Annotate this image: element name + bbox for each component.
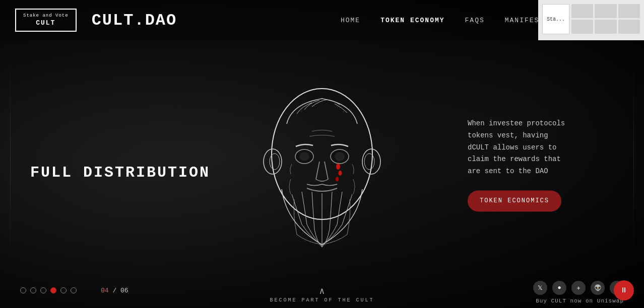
left-section: FULL DISTRIBUTION xyxy=(30,164,210,181)
pause-button[interactable]: ⏸ xyxy=(614,280,634,300)
slide-dots xyxy=(20,287,77,293)
logo-bottom-text: CULT xyxy=(23,19,69,28)
logo-button[interactable]: Stake and Vote CULT xyxy=(15,9,77,32)
dot-4-active[interactable] xyxy=(50,287,56,293)
dot-1[interactable] xyxy=(20,287,26,293)
right-panel-overlay: Sta... xyxy=(538,0,644,40)
svg-point-8 xyxy=(264,149,282,174)
bottom-bar: 04 / 06 ∧ BECOME PART OF THE CULT 𝕏 ● ✈ … xyxy=(0,273,644,308)
panel-cell-1 xyxy=(571,4,593,18)
reddit-icon[interactable]: 👽 xyxy=(591,281,605,295)
main-content: FULL DISTRIBUTION xyxy=(0,40,644,308)
right-section: When investee protocols tokens vest, hav… xyxy=(468,118,568,211)
panel-cell-6 xyxy=(618,20,640,34)
telegram-icon[interactable]: ✈ xyxy=(571,281,586,295)
svg-point-9 xyxy=(270,153,280,170)
svg-point-5 xyxy=(336,164,340,170)
svg-point-11 xyxy=(364,153,374,170)
center-mask-illustration xyxy=(241,63,403,265)
logo-top-text: Stake and Vote xyxy=(23,13,69,19)
social-icons-row: 𝕏 ● ✈ 👽 M xyxy=(533,281,624,295)
panel-grid xyxy=(571,4,640,34)
site-title: CULT.DAO xyxy=(92,11,177,30)
svg-point-10 xyxy=(362,149,380,174)
panel-cell-5 xyxy=(595,20,616,34)
navbar: Stake and Vote CULT CULT.DAO HOME TOKEN … xyxy=(0,0,644,40)
chevron-up-icon: ∧ xyxy=(319,285,325,296)
dot-6[interactable] xyxy=(71,287,77,293)
slide-counter: 04 / 06 xyxy=(101,287,128,294)
panel-cell-4 xyxy=(571,20,593,34)
buy-cult-text: Buy CULT now on Uniswap xyxy=(536,298,624,304)
svg-point-6 xyxy=(339,171,342,176)
social-section: 𝕏 ● ✈ 👽 M Buy CULT now on Uniswap xyxy=(533,281,624,304)
discord-icon[interactable]: ● xyxy=(552,281,566,295)
panel-cell-3 xyxy=(618,4,640,18)
token-economics-button[interactable]: TOKEN ECONOMICS xyxy=(468,190,561,211)
become-part-text: BECOME PART OF THE CULT xyxy=(270,297,374,303)
slide-separator: / xyxy=(112,287,116,294)
bottom-center-cta[interactable]: ∧ BECOME PART OF THE CULT xyxy=(270,285,374,303)
full-distribution-heading: FULL DISTRIBUTION xyxy=(30,164,210,181)
stake-button-partial[interactable]: Sta... xyxy=(542,4,569,34)
right-description-text: When investee protocols tokens vest, hav… xyxy=(468,118,568,178)
svg-point-7 xyxy=(336,177,339,182)
dot-5[interactable] xyxy=(60,287,67,293)
nav-home[interactable]: HOME xyxy=(341,17,360,24)
dot-3[interactable] xyxy=(40,287,46,293)
slide-total: 06 xyxy=(120,287,128,294)
panel-cell-2 xyxy=(595,4,616,18)
twitter-icon[interactable]: 𝕏 xyxy=(533,281,547,295)
svg-point-2 xyxy=(299,152,309,161)
pause-icon: ⏸ xyxy=(620,286,627,294)
svg-point-4 xyxy=(335,152,345,161)
nav-token-economy[interactable]: TOKEN ECONOMY xyxy=(380,17,444,24)
dot-2[interactable] xyxy=(30,287,36,293)
slide-current: 04 xyxy=(101,287,109,294)
nav-faqs[interactable]: FAQS xyxy=(465,17,485,24)
